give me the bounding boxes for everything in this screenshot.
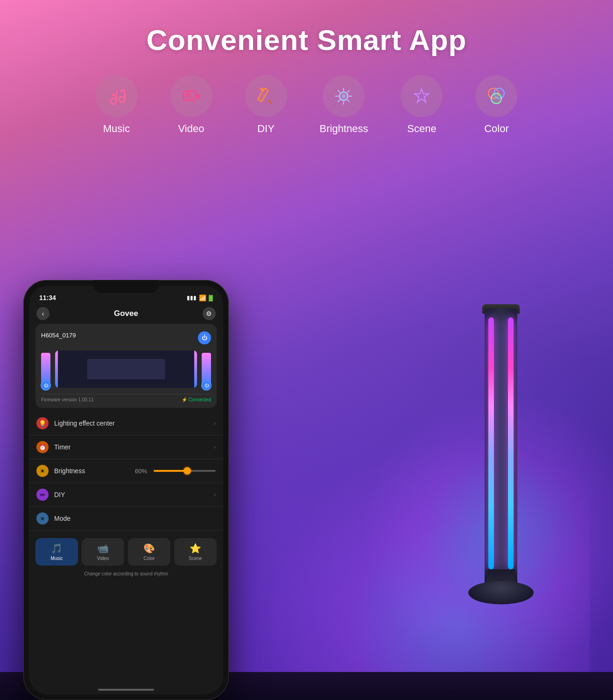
scene-label: Scene <box>407 123 436 135</box>
svg-rect-9 <box>185 93 190 97</box>
phone-notch <box>93 280 159 293</box>
home-indicator <box>98 689 154 691</box>
diy-icon-circle <box>245 75 287 117</box>
mode-label: Mode <box>54 515 216 522</box>
tab-video-icon: 📹 <box>97 543 109 554</box>
svg-point-1 <box>119 97 125 102</box>
right-bar-button[interactable]: ⏻ <box>201 380 211 391</box>
brightness-menu-item: ☀ Brightness 60% <box>29 459 223 483</box>
device-screen-display <box>55 350 197 388</box>
lamp-base-disc <box>468 581 534 604</box>
signal-icon: ▮▮▮ <box>187 294 197 301</box>
firmware-row: Firmware version 1.00.11 ⚡ Connected <box>41 394 211 402</box>
svg-line-23 <box>338 100 340 102</box>
lamp-left-light-strip <box>488 317 494 569</box>
brightness-label: Brightness <box>320 123 368 135</box>
power-button[interactable]: ⏻ <box>198 331 211 344</box>
video-label: Video <box>178 123 204 135</box>
bottom-section: 11:34 ▮▮▮ 📶 ▓ ‹ Govee ⚙ <box>0 252 613 700</box>
svg-point-15 <box>342 94 345 98</box>
wifi-icon: 📶 <box>199 294 206 301</box>
scene-icon <box>411 85 432 107</box>
lighting-menu-item[interactable]: 💡 Lighting effect center › <box>29 412 223 435</box>
left-light-bar: ⏻ <box>41 353 50 385</box>
device-visual: ⏻ ⏻ <box>41 348 211 390</box>
svg-point-0 <box>111 98 116 104</box>
status-time: 11:34 <box>39 294 56 301</box>
diy-menu-label: DIY <box>54 491 214 498</box>
feature-brightness: Brightness <box>320 75 368 135</box>
timer-icon: ⏰ <box>36 441 49 453</box>
lamp-right-light-strip <box>508 317 514 569</box>
brightness-menu-label: Brightness <box>54 467 135 475</box>
connected-label: Connected <box>189 397 211 402</box>
mode-icon: ≡ <box>36 512 49 525</box>
connected-status: ⚡ Connected <box>182 397 211 402</box>
brightness-slider-container: 60% <box>135 468 216 475</box>
music-icon <box>106 85 127 107</box>
app-tabs: 🎵 Music 📹 Video 🎨 Color ⭐ <box>29 534 223 569</box>
brightness-slider-track[interactable] <box>154 470 216 472</box>
svg-line-21 <box>348 100 350 102</box>
firmware-version: Firmware version 1.00.11 <box>41 397 94 402</box>
svg-point-6 <box>118 91 120 93</box>
tab-music-icon: 🎵 <box>51 543 63 554</box>
video-icon-circle <box>170 75 212 117</box>
diy-menu-item[interactable]: ✏ DIY › <box>29 483 223 507</box>
music-label: Music <box>103 123 130 135</box>
diy-menu-icon: ✏ <box>36 489 49 501</box>
tab-video[interactable]: 📹 Video <box>82 538 124 566</box>
feature-scene: Scene <box>401 75 443 135</box>
app-footer-text: Change color according to sound rhythm <box>29 569 223 580</box>
svg-line-4 <box>116 90 125 92</box>
feature-diy: DIY <box>245 75 287 135</box>
diy-label: DIY <box>257 123 275 135</box>
settings-button[interactable]: ⚙ <box>203 307 216 320</box>
phone-wrapper: 11:34 ▮▮▮ 📶 ▓ ‹ Govee ⚙ <box>23 280 229 700</box>
right-light-bar: ⏻ <box>202 353 211 385</box>
tab-color[interactable]: 🎨 Color <box>128 538 170 566</box>
tab-color-label: Color <box>144 556 155 561</box>
timer-menu-item[interactable]: ⏰ Timer › <box>29 435 223 459</box>
brightness-slider-thumb[interactable] <box>183 467 191 475</box>
brightness-icon <box>333 85 354 107</box>
tab-video-label: Video <box>97 556 109 561</box>
back-button[interactable]: ‹ <box>36 307 49 320</box>
timer-arrow: › <box>214 444 216 450</box>
status-icons: ▮▮▮ 📶 ▓ <box>187 294 213 301</box>
diy-arrow: › <box>214 491 216 498</box>
page-container: Convenient Smart App Music <box>0 0 613 700</box>
lighting-arrow: › <box>214 420 216 427</box>
lamp-column <box>485 308 517 588</box>
screen-tv-icon <box>87 359 165 379</box>
brightness-menu-icon: ☀ <box>36 465 49 477</box>
scene-icon-circle <box>401 75 443 117</box>
svg-point-5 <box>112 93 115 96</box>
feature-color: Color <box>475 75 517 135</box>
video-icon <box>181 85 202 107</box>
app-title: Govee <box>114 309 138 318</box>
lighting-label: Lighting effect center <box>54 420 214 427</box>
device-card: H6054_0179 ⏻ ⏻ <box>35 324 217 408</box>
page-title: Convenient Smart App <box>0 0 613 56</box>
menu-list: 💡 Lighting effect center › ⏰ Timer › <box>29 412 223 531</box>
color-icon-circle <box>475 75 517 117</box>
music-icon-circle <box>96 75 138 117</box>
svg-point-27 <box>491 93 501 104</box>
svg-marker-24 <box>415 89 429 102</box>
svg-line-22 <box>348 91 350 92</box>
feature-music: Music <box>96 75 138 135</box>
device-name: H6054_0179 <box>41 332 76 339</box>
diy-icon <box>255 85 277 107</box>
brightness-icon-circle <box>323 75 365 117</box>
left-bar-button[interactable]: ⏻ <box>41 380 51 391</box>
mode-menu-item[interactable]: ≡ Mode <box>29 507 223 531</box>
lamp-base <box>468 569 534 607</box>
lamp-wrapper <box>450 308 552 672</box>
tab-scene[interactable]: ⭐ Scene <box>174 538 217 566</box>
tab-scene-icon: ⭐ <box>190 543 201 554</box>
svg-line-20 <box>338 91 340 92</box>
tab-music[interactable]: 🎵 Music <box>35 538 78 566</box>
timer-label: Timer <box>54 443 214 451</box>
color-icon <box>486 85 507 107</box>
